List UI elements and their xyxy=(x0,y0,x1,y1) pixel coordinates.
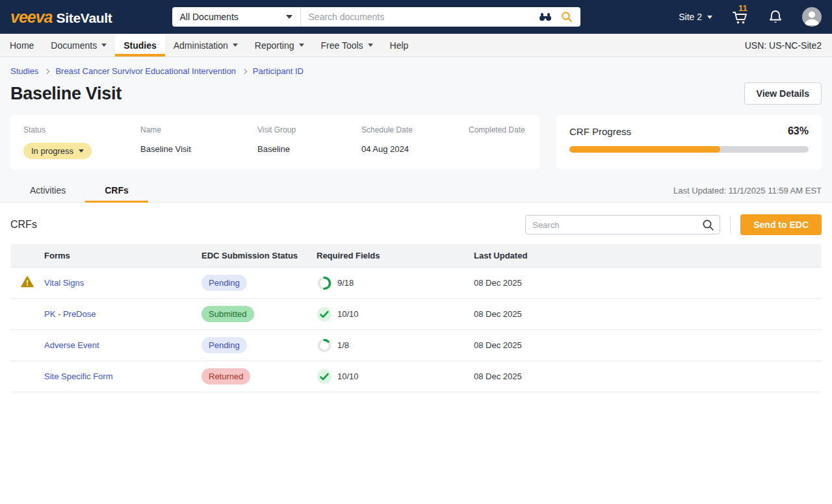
visit-group-value: Baseline xyxy=(257,143,361,155)
send-to-edc-button[interactable]: Send to EDC xyxy=(740,214,822,235)
status-chip: Submitted xyxy=(202,306,254,322)
form-link[interactable]: Adverse Event xyxy=(44,340,99,350)
crfs-heading: CRFs xyxy=(10,219,37,231)
name-value: Baseline Visit xyxy=(140,143,257,155)
required-fields-count: 10/10 xyxy=(337,309,359,319)
site-select[interactable]: Site 2 xyxy=(679,12,712,22)
crfs-search-box xyxy=(525,215,720,234)
breadcrumb: Studies Breast Cancer Survivor Education… xyxy=(10,57,822,76)
status-chip: Pending xyxy=(202,275,247,291)
visit-summary-section: Studies Breast Cancer Survivor Education… xyxy=(0,57,832,203)
user-avatar[interactable] xyxy=(802,7,822,27)
table-row: Adverse Event Pending 1/8 08 Dec 2025 xyxy=(10,330,822,361)
usn-label: USN: US-NC-Site2 xyxy=(745,34,832,57)
progress-ring-icon xyxy=(317,275,332,291)
nav-item-studies[interactable]: Studies xyxy=(115,34,165,57)
required-fields-count: 9/18 xyxy=(337,278,354,288)
status-chip: Returned xyxy=(202,368,250,384)
chevron-down-icon xyxy=(233,44,238,47)
col-header-required-fields: Required Fields xyxy=(317,251,474,260)
tab-crfs[interactable]: CRFs xyxy=(85,179,148,202)
chevron-down-icon xyxy=(101,44,107,47)
veeva-logo-text: veeva xyxy=(10,8,53,27)
nav-item-documents[interactable]: Documents xyxy=(42,34,115,57)
last-updated-timestamp: Last Updated: 11/1/2025 11:59 AM EST xyxy=(673,186,822,202)
nav-item-reporting[interactable]: Reporting xyxy=(246,34,313,57)
last-updated-value: 08 Dec 2025 xyxy=(474,340,822,350)
view-details-button[interactable]: View Details xyxy=(744,82,822,105)
table-row: Vital Signs Pending 9/18 08 Dec 2025 xyxy=(10,268,822,299)
col-header-last-updated: Last Updated xyxy=(474,251,822,260)
search-icon[interactable] xyxy=(561,11,573,23)
cart-badge: 11 xyxy=(738,3,748,13)
breadcrumb-link-participant[interactable]: Participant ID xyxy=(253,66,304,76)
nav-item-administration[interactable]: Administation xyxy=(165,34,246,57)
complete-check-icon xyxy=(317,369,332,384)
visit-group-label: Visit Group xyxy=(257,125,361,134)
name-label: Name xyxy=(140,125,257,134)
main-nav: Home Documents Studies Administation Rep… xyxy=(0,34,832,57)
form-link[interactable]: Site Specific Form xyxy=(44,372,112,381)
completed-date-value xyxy=(469,143,526,155)
toolbar-divider xyxy=(730,215,731,234)
breadcrumb-separator-icon xyxy=(44,68,49,73)
nav-item-help[interactable]: Help xyxy=(382,34,417,57)
product-name: SiteVault xyxy=(57,10,112,26)
warning-icon xyxy=(21,276,34,290)
status-label: Status xyxy=(23,125,140,134)
site-select-value: Site 2 xyxy=(679,12,702,22)
breadcrumb-link-study[interactable]: Breast Cancer Survivor Educational Inter… xyxy=(55,66,235,76)
page-title: Baseline Visit xyxy=(10,84,122,104)
col-header-edc-status: EDC Submission Status xyxy=(202,251,317,260)
nav-item-free-tools[interactable]: Free Tools xyxy=(313,34,382,57)
visit-info-card: Status In progress Name Baseline Visit V… xyxy=(10,115,540,170)
document-scope-select[interactable]: All Documents xyxy=(172,7,301,27)
required-fields-count: 10/10 xyxy=(337,372,359,381)
table-row: PK - PreDose Submitted 10/10 08 Dec 2025 xyxy=(10,299,822,330)
nav-item-home[interactable]: Home xyxy=(1,34,42,57)
crf-progress-fill xyxy=(569,146,720,153)
crf-progress-card: CRF Progress 63% xyxy=(556,115,822,170)
col-header-forms: Forms xyxy=(44,251,202,260)
notifications-bell-button[interactable] xyxy=(768,9,783,25)
chevron-down-icon xyxy=(368,44,373,47)
breadcrumb-separator-icon xyxy=(242,68,247,73)
top-bar: veevaSiteVault All Documents Site 2 11 xyxy=(0,0,832,34)
crf-progress-label: CRF Progress xyxy=(569,126,631,137)
form-link[interactable]: PK - PreDose xyxy=(44,309,96,319)
complete-check-icon xyxy=(317,307,332,322)
last-updated-value: 08 Dec 2025 xyxy=(474,278,822,288)
status-value: In progress xyxy=(31,146,73,156)
cart-button[interactable]: 11 xyxy=(732,9,749,25)
table-header-row: Forms EDC Submission Status Required Fie… xyxy=(10,244,822,268)
search-input[interactable] xyxy=(301,12,539,22)
search-icon[interactable] xyxy=(702,219,720,231)
crfs-section: CRFs Send to EDC Forms EDC Submission St… xyxy=(0,214,832,392)
schedule-date-value: 04 Aug 2024 xyxy=(361,143,469,155)
crfs-table: Forms EDC Submission Status Required Fie… xyxy=(10,244,822,392)
crfs-search-input[interactable] xyxy=(526,220,702,230)
chevron-down-icon xyxy=(299,44,304,47)
scope-select-value: All Documents xyxy=(180,12,239,22)
crf-progress-percent: 63% xyxy=(788,125,809,137)
binoculars-icon[interactable] xyxy=(539,12,552,21)
tab-activities[interactable]: Activities xyxy=(10,179,85,202)
progress-ring-icon xyxy=(317,338,332,353)
chevron-down-icon xyxy=(286,15,292,19)
crf-progress-bar xyxy=(569,146,809,153)
status-chip: Pending xyxy=(202,337,247,353)
chevron-down-icon xyxy=(79,149,84,153)
last-updated-value: 08 Dec 2025 xyxy=(474,372,822,381)
breadcrumb-link-studies[interactable]: Studies xyxy=(10,66,38,76)
chevron-down-icon xyxy=(707,16,712,19)
table-row: Site Specific Form Returned 10/10 08 Dec… xyxy=(10,361,822,392)
form-link[interactable]: Vital Signs xyxy=(44,278,84,288)
status-dropdown-chip[interactable]: In progress xyxy=(23,143,92,159)
sitevault-logo[interactable]: veevaSiteVault xyxy=(10,8,112,27)
required-fields-count: 1/8 xyxy=(337,340,349,350)
visit-tabs: Activities CRFs Last Updated: 11/1/2025 … xyxy=(10,179,822,202)
schedule-date-label: Schedule Date xyxy=(361,125,469,134)
completed-date-label: Completed Date xyxy=(469,125,526,134)
global-search-group: All Documents xyxy=(172,7,580,27)
last-updated-value: 08 Dec 2025 xyxy=(474,309,822,319)
